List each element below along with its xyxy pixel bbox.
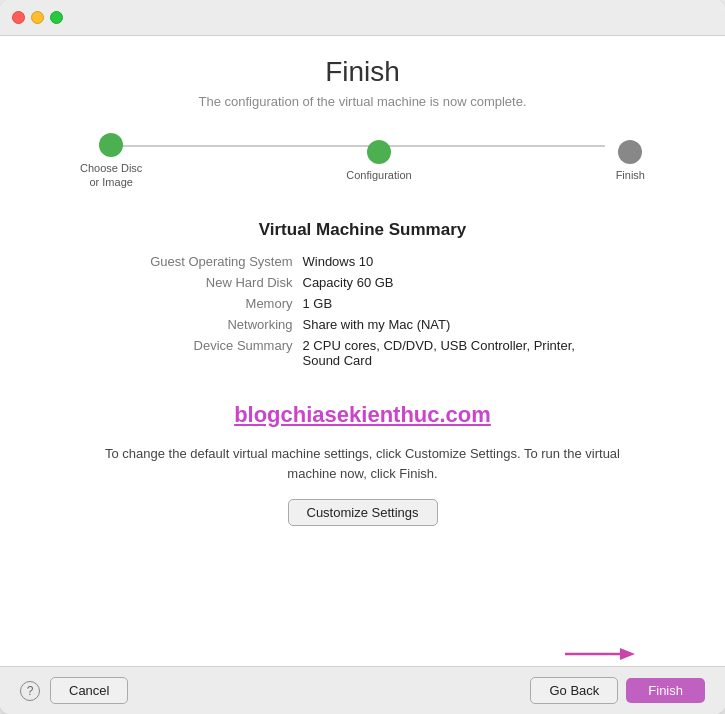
summary-row-devices: Device Summary 2 CPU cores, CD/DVD, USB … [103, 338, 623, 368]
page-subtitle: The configuration of the virtual machine… [198, 94, 526, 109]
summary-key-networking: Networking [103, 317, 303, 332]
summary-value-os: Windows 10 [303, 254, 374, 269]
main-content: Finish The configuration of the virtual … [0, 36, 725, 666]
cancel-button[interactable]: Cancel [50, 677, 128, 704]
bottom-bar: ? Cancel Go Back Finish [0, 666, 725, 714]
summary-value-networking: Share with my Mac (NAT) [303, 317, 451, 332]
title-bar [0, 0, 725, 36]
step-circle-choose [99, 133, 123, 157]
step-choose: Choose Disc or Image [80, 133, 142, 190]
close-button[interactable] [12, 11, 25, 24]
arrow-icon [565, 642, 635, 666]
go-back-button[interactable]: Go Back [530, 677, 618, 704]
summary-row-os: Guest Operating System Windows 10 [103, 254, 623, 269]
main-window: Finish The configuration of the virtual … [0, 0, 725, 714]
customize-settings-button[interactable]: Customize Settings [288, 499, 438, 526]
svg-marker-1 [620, 648, 635, 660]
help-button[interactable]: ? [20, 681, 40, 701]
summary-value-disk: Capacity 60 GB [303, 275, 394, 290]
maximize-button[interactable] [50, 11, 63, 24]
minimize-button[interactable] [31, 11, 44, 24]
step-finish: Finish [616, 140, 645, 182]
bottom-left: ? Cancel [20, 677, 128, 704]
step-configuration: Configuration [346, 140, 411, 182]
summary-key-os: Guest Operating System [103, 254, 303, 269]
summary-row-disk: New Hard Disk Capacity 60 GB [103, 275, 623, 290]
step-label-choose: Choose Disc or Image [80, 161, 142, 190]
summary-table: Guest Operating System Windows 10 New Ha… [103, 254, 623, 374]
step-label-configuration: Configuration [346, 168, 411, 182]
watermark: blogchiasekienthuc.com [234, 402, 491, 428]
summary-key-devices: Device Summary [103, 338, 303, 353]
step-label-finish: Finish [616, 168, 645, 182]
summary-title: Virtual Machine Summary [259, 220, 467, 240]
summary-value-devices: 2 CPU cores, CD/DVD, USB Controller, Pri… [303, 338, 575, 368]
traffic-lights [12, 11, 63, 24]
summary-value-memory: 1 GB [303, 296, 333, 311]
step-circle-configuration [367, 140, 391, 164]
summary-key-memory: Memory [103, 296, 303, 311]
bottom-right: Go Back Finish [530, 677, 705, 704]
step-circle-finish [618, 140, 642, 164]
summary-row-memory: Memory 1 GB [103, 296, 623, 311]
finish-button[interactable]: Finish [626, 678, 705, 703]
progress-bar: Choose Disc or Image Configuration Finis… [40, 133, 685, 190]
summary-key-disk: New Hard Disk [103, 275, 303, 290]
summary-row-networking: Networking Share with my Mac (NAT) [103, 317, 623, 332]
page-title: Finish [325, 56, 400, 88]
bottom-note: To change the default virtual machine se… [93, 444, 633, 486]
